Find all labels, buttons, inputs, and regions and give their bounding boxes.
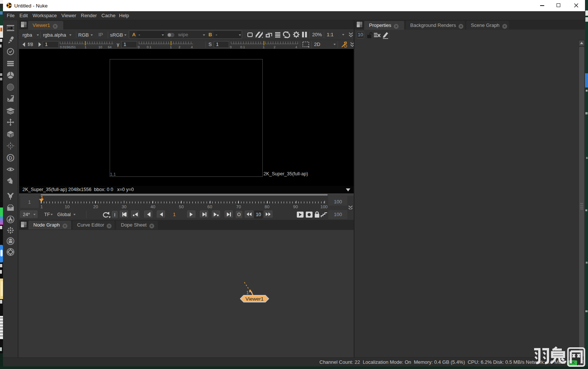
svg-text:1: 1: [246, 290, 249, 295]
svg-text:D: D: [9, 155, 12, 161]
svg-text:Viewer1: Viewer1: [246, 296, 264, 302]
svg-text:!: !: [345, 44, 346, 47]
